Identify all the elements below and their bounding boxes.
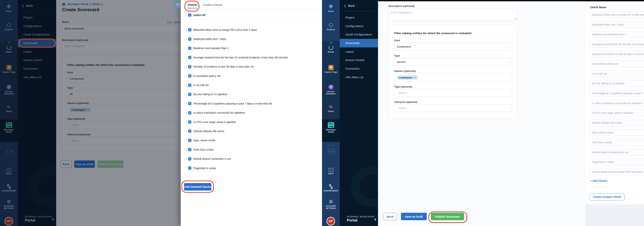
select-all-row[interactable]: ✓ Select All [188, 14, 206, 16]
check-row[interactable]: ✓ Tech Docs exists [188, 145, 319, 154]
checkbox-checked-icon[interactable]: ✓ [188, 47, 191, 50]
menu-item[interactable]: Layout [340, 48, 378, 56]
check-row[interactable]: ✓ Replicas count greater than 1 [188, 44, 319, 53]
check-row[interactable]: ✓ Deployed within last 7 days [188, 34, 319, 44]
checkbox-checked-icon[interactable]: ✓ [188, 166, 191, 170]
check-name-input[interactable]: Percentage of CI pipelines passing in pa… [590, 90, 644, 97]
check-name-input[interactable]: GitHub Branch protection is set [590, 149, 644, 156]
create-custom-check-button[interactable]: Create Custom Check [590, 193, 624, 200]
menu-item[interactable]: Configurations [340, 22, 378, 30]
menu-item[interactable]: Access Control [340, 56, 378, 64]
rail-item-home[interactable]: ❖Home [322, 4, 340, 12]
check-row[interactable]: ✓ Is on-call set [188, 80, 319, 90]
check-row[interactable]: ✓ Number of incidents in last 30 days is… [188, 62, 319, 71]
description-textarea[interactable]: Enter Description [388, 9, 517, 21]
checkbox-checked-icon[interactable]: ✓ [188, 93, 191, 96]
checkbox-checked-icon[interactable]: ✓ [188, 102, 191, 105]
close-icon[interactable]: ✕ [174, 2, 180, 8]
checkbox-checked-icon[interactable]: ✓ [188, 139, 191, 142]
back-button[interactable]: Back [384, 213, 397, 220]
lifecycle-select[interactable]: - Select - [394, 104, 512, 112]
tab-checks[interactable]: Checks [188, 3, 198, 6]
checkbox-checked-icon[interactable]: ✓ [188, 130, 191, 133]
checkbox-checked-icon[interactable]: ✓ [188, 157, 191, 160]
resize-handle[interactable] [515, 18, 516, 20]
dashboards-icon: ▚ [329, 184, 333, 189]
rail-item-feature-flags[interactable]: ⚑Feature Flags [322, 65, 340, 73]
rail-item-account-settings[interactable]: ⚙ACCOUNT SETTINGS [322, 199, 340, 210]
checkbox-checked-icon[interactable]: ✓ [188, 111, 191, 114]
checkbox-checked-icon[interactable]: ✓ [188, 56, 191, 59]
checkbox-checked-icon[interactable]: ✓ [188, 65, 191, 68]
rail-item-chaos[interactable]: ⇆Chaos [322, 104, 340, 112]
check-row[interactable]: ✓ Is STO scan stage setup in pipeline [188, 118, 319, 126]
checkbox-checked-icon[interactable]: ✓ [188, 14, 191, 16]
add-selected-checks-button[interactable]: Add Selected Checks [184, 183, 211, 190]
rail-item-help[interactable]: ?HELP [322, 168, 340, 175]
tab-custom-checks[interactable]: Custom Checks [203, 3, 223, 6]
menu-item[interactable]: Plugins [340, 13, 378, 22]
check-name-input[interactable]: Bitbucket Mean time to merge PR is less … [590, 12, 644, 18]
collapse-sidebar-icon[interactable] [374, 218, 376, 221]
check-row[interactable]: ✓ Bitbucket Mean time to merge PR is les… [188, 25, 319, 34]
add-checks-link[interactable]: + Add Checks [590, 179, 607, 182]
menu-item[interactable]: Connectors [340, 64, 378, 73]
check-row[interactable]: ✓ Average resolved time for the last 10 … [188, 53, 319, 62]
checkbox-checked-icon[interactable]: ✓ [188, 74, 191, 78]
check-name-input[interactable]: Replicas count greater than 1 [590, 31, 644, 38]
scorecard-form: Description (optional) Enter Description… [388, 1, 517, 226]
publish-scorecard-button[interactable]: Publish Scorecard [431, 213, 464, 220]
type-select[interactable]: service⌄ [394, 58, 512, 66]
check-name-input[interactable]: GitHub Mean time to merge PR is less tha… [590, 168, 644, 175]
check-name-input[interactable]: GitHub Gitleaks file exists [590, 120, 644, 126]
check-name-input[interactable]: Is STO scan stage setup in pipeline [590, 110, 644, 116]
check-name-input[interactable]: Deployed within last 7 days [590, 21, 644, 28]
check-row[interactable]: ✓ Spec owner exists [188, 136, 319, 145]
tags-select[interactable]: - Select - [394, 89, 512, 96]
check-name-row: Is on-call set [590, 69, 644, 79]
rail-item-developer-portal[interactable]: Developer Portal [322, 122, 340, 133]
rail-item-dashboards[interactable]: ▚DASHBOARDS [322, 184, 340, 192]
check-name-input[interactable]: Tech Docs exists [590, 139, 644, 146]
checkbox-checked-icon[interactable]: ✓ [188, 38, 191, 41]
check-row[interactable]: ✓ No test failing on CI pipeline [188, 90, 319, 99]
checkbox-checked-icon[interactable]: ✓ [188, 148, 191, 151]
check-name-input[interactable]: No test failing on CI pipeline [590, 80, 644, 87]
check-name-input[interactable]: Average resolved time for the last 10 re… [590, 41, 644, 48]
checkbox-checked-icon[interactable]: ✓ [188, 84, 191, 87]
menu-item[interactable]: Scorecards [340, 39, 378, 48]
kind-select[interactable]: Component⌄ [394, 43, 512, 50]
check-row[interactable]: ✓ GitHub Gitleaks file exists [188, 126, 319, 136]
menu-item[interactable]: URL Allow List [340, 73, 378, 82]
check-name-row: Replicas count greater than 1 [590, 30, 644, 40]
cropped-header-edge [378, 0, 644, 1]
avatar[interactable]: DP [326, 217, 335, 226]
owner-chip[interactable]: ccmplayacc⊗ [397, 76, 418, 80]
menu-item[interactable]: OAuth Configurations [340, 30, 378, 39]
check-name-input[interactable]: Is escalation policy set [590, 60, 644, 67]
checkbox-checked-icon[interactable]: ✓ [188, 120, 191, 124]
kind-label: Kind [394, 39, 400, 42]
check-name-row: Average resolved time for the last 10 re… [590, 40, 644, 49]
check-name-input[interactable]: Is on-call set [590, 70, 644, 77]
check-name-input[interactable]: Number of incidents in last 30 days is l… [590, 51, 644, 58]
remove-chip-icon[interactable]: ⊗ [414, 76, 416, 79]
rail-item-service-reliability[interactable]: ◷Service Reliability [322, 84, 340, 95]
check-row[interactable]: ✓ Is policy evaluation successful for pi… [188, 108, 319, 118]
check-name-input[interactable]: Pagerduty is setup [590, 159, 644, 165]
check-row[interactable]: ✓ Is escalation policy set [188, 71, 319, 80]
owners-input[interactable]: ccmplayacc⊗ [394, 74, 512, 81]
rail-item-projects[interactable]: ⬡Projects [322, 22, 340, 30]
back-link[interactable]: ❮Back [344, 4, 355, 8]
rail-item-modules[interactable]: ⋮⋮⋮ [322, 149, 340, 155]
checkbox-checked-icon[interactable]: ✓ [188, 28, 191, 31]
check-row[interactable]: ✓ Percentage of CI pipelines passing in … [188, 99, 319, 108]
check-row[interactable]: ✓ Pagerduty is setup [188, 164, 319, 173]
save-as-draft-button[interactable]: Save as Draft [401, 213, 427, 220]
check-name-input[interactable]: Spec owner exists [590, 129, 644, 136]
check-name-row: Deployed within last 7 days [590, 20, 644, 30]
scroll-up-icon[interactable] [330, 42, 332, 43]
check-row[interactable]: ✓ GitHub Branch protection is set [188, 154, 319, 163]
rail-item-builds[interactable]: Builds [322, 45, 340, 53]
check-name-input[interactable]: Is policy evaluation successful for pipe… [590, 100, 644, 106]
